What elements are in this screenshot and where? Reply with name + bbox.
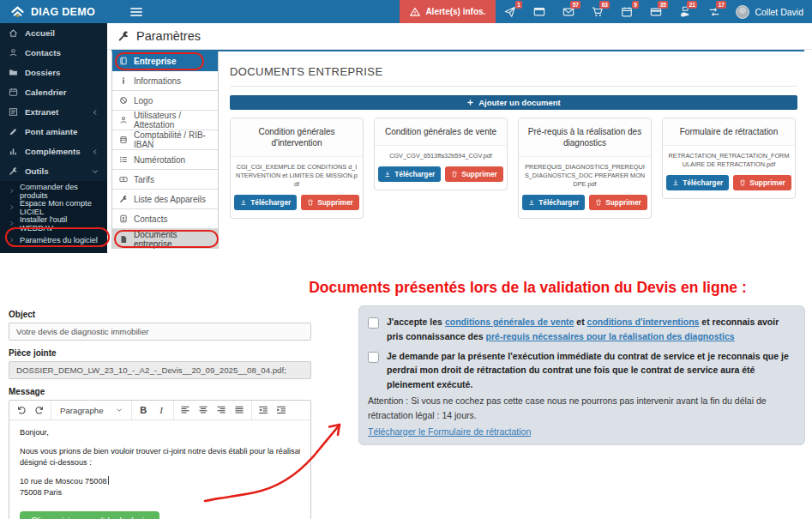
tab-logo[interactable]: Logo [112, 91, 218, 111]
sidebar-item-extranet[interactable]: Extranet [0, 102, 107, 122]
bold-icon[interactable]: B [135, 402, 152, 418]
validate-quote-button[interactable]: Cliquez ici pour valider le devis [20, 511, 159, 519]
align-center-icon[interactable] [195, 402, 212, 418]
app-logo[interactable]: DIAG DEMO [0, 5, 118, 18]
message-editor: Paragraphe B I Bonjour, Nous vous prion [9, 400, 311, 519]
object-input[interactable]: Votre devis de diagnostic immobilier [9, 323, 311, 341]
tab-label: Logo [134, 96, 153, 106]
align-justify-icon[interactable] [232, 402, 248, 418]
badge: 9 [632, 1, 640, 9]
alerts-button[interactable]: Alerte(s) infos. [400, 0, 496, 23]
outdent-icon[interactable] [256, 402, 272, 418]
document-card: Formulaire de rétractation RETRACTATION_… [662, 118, 796, 199]
italic-icon[interactable]: I [153, 402, 170, 418]
sidebar-item-accueil[interactable]: Accueil [0, 23, 107, 43]
tab-comptabilite-rib-iban[interactable]: Comptabilité / RIB-IBAN [112, 130, 218, 150]
body-line-2: désigné ci-dessous : [20, 457, 300, 468]
chevron-right-icon [9, 188, 15, 194]
paragraph-format-select[interactable]: Paragraphe [55, 406, 128, 415]
add-document-button[interactable]: Ajouter un document [230, 95, 797, 110]
hand-card-icon[interactable]: 21 [671, 0, 700, 23]
delete-button[interactable]: Supprimer [733, 175, 791, 190]
submenu-item-espace-mon-compte-liciel[interactable]: Espace Mon compte LICIEL [0, 199, 107, 215]
download-label: Télécharger [394, 170, 435, 178]
delete-button[interactable]: Supprimer [445, 166, 503, 182]
sidebar-item-contacts[interactable]: Contacts [0, 43, 107, 63]
editor-toolbar: Paragraphe B I [9, 401, 310, 420]
sidebar-item-outils[interactable]: Outils [0, 161, 107, 181]
indent-icon[interactable] [274, 402, 290, 418]
tab-contacts[interactable]: Contacts [112, 209, 218, 229]
consent-panel: J'accepte les conditions générales de ve… [358, 305, 805, 445]
download-label: Télécharger [683, 178, 723, 187]
contacts-icon [119, 214, 128, 223]
cart-icon[interactable]: 63 [583, 0, 612, 23]
tab-tarifs[interactable]: Tarifs [112, 170, 218, 190]
sidebar-item-label: Pont amiante [25, 127, 78, 136]
attachment-input[interactable]: DOSSIER_DEMO_LW_23_10_-_A2_-_Devis__20_0… [9, 361, 311, 379]
immediate-execution-checkbox[interactable] [368, 352, 379, 363]
tab-numerotation[interactable]: Numérotation [112, 150, 218, 170]
paper-plane-icon[interactable]: 1 [496, 0, 525, 23]
message-label: Message [9, 387, 311, 396]
download-button[interactable]: Télécharger [666, 175, 729, 190]
settings-tab-list: Entreprise Informations Logo Utilisateur… [111, 51, 219, 249]
warning-icon [410, 7, 420, 17]
message-body[interactable]: Bonjour, Nous vous prions de bien vouloi… [9, 420, 310, 519]
submenu-item-commander-des-produits[interactable]: Commander des produits [0, 183, 107, 199]
delete-button[interactable]: Supprimer [301, 195, 359, 210]
delete-label: Supprimer [461, 170, 497, 178]
download-button[interactable]: Télécharger [522, 195, 585, 210]
redo-icon[interactable] [31, 402, 47, 418]
tab-utilisateurs-attestation[interactable]: Utilisateurs / Attestation [112, 111, 218, 130]
wrench-icon [117, 30, 129, 42]
sidebar-item-pont-amiante[interactable]: Pont amiante [0, 122, 107, 142]
link-download-retractation-form[interactable]: Télécharger le Formulaire de rétractatio… [368, 426, 531, 437]
tab-liste-des-appareils[interactable]: Liste des Appareils [112, 190, 218, 209]
sidebar-item-calendrier[interactable]: Calendrier [0, 82, 107, 102]
accept-conditions-checkbox[interactable] [368, 317, 379, 329]
link-pre-requis[interactable]: pré-requis nécessaires pour la réalisati… [486, 331, 735, 341]
tab-label: Contacts [134, 214, 167, 224]
user-icon [119, 116, 128, 124]
hamburger-menu-icon[interactable] [130, 8, 142, 16]
caret-down-icon [116, 407, 123, 413]
news-icon [9, 107, 18, 117]
align-right-icon[interactable] [214, 402, 230, 418]
brand-name: DIAG DEMO [31, 6, 95, 18]
text-cursor [108, 476, 109, 485]
download-button[interactable]: Télécharger [378, 166, 441, 182]
user-avatar[interactable] [736, 5, 749, 19]
delete-button[interactable]: Supprimer [589, 195, 647, 210]
calendar-icon[interactable]: 9 [612, 0, 641, 23]
submenu-item-parametres-du-logiciel[interactable]: Paramètres du logiciel [0, 232, 107, 248]
sidebar-item-label: Dossiers [25, 68, 60, 77]
user-name[interactable]: Collet David [755, 7, 812, 17]
link-conditions-interventions[interactable]: conditions d'interventions [587, 317, 700, 327]
delete-label: Supprimer [605, 198, 641, 207]
submenu-item-installer-outil-webdav[interactable]: Installer l'outil WEBDAV [0, 215, 107, 232]
align-left-icon[interactable] [177, 402, 194, 418]
link-conditions-vente[interactable]: conditions générales de vente [445, 317, 574, 327]
transfer-icon[interactable]: 17 [700, 0, 729, 23]
envelope-icon[interactable]: 57 [554, 0, 583, 23]
credit-card-icon[interactable]: 35 [641, 0, 671, 23]
divider [230, 86, 797, 87]
tab-informations[interactable]: Informations [112, 71, 218, 91]
submenu-item-label: Paramètres du logiciel [20, 236, 98, 244]
tab-documents-entreprise[interactable]: Documents entreprise [112, 229, 218, 249]
roof-logo-icon [10, 5, 25, 18]
sidebar-item-complements[interactable]: Compléments [0, 142, 107, 161]
settings-panel: Entreprise Informations Logo Utilisateur… [111, 50, 804, 249]
chevron-right-icon [9, 220, 15, 226]
add-document-label: Ajouter un document [478, 98, 561, 107]
sidebar-item-dossiers[interactable]: Dossiers [0, 63, 107, 82]
download-button[interactable]: Télécharger [234, 195, 297, 210]
address-line-1: 10 rue de Moscou 75008 [20, 476, 300, 487]
immediate-execution-text: Je demande par la présente l'exécution i… [387, 349, 792, 392]
badge: 17 [716, 1, 726, 9]
tab-entreprise[interactable]: Entreprise [112, 51, 218, 71]
undo-icon[interactable] [13, 402, 29, 418]
document-card: Condition générales de vente CGV_CGV_651… [374, 118, 508, 190]
screen-icon[interactable] [525, 0, 554, 23]
